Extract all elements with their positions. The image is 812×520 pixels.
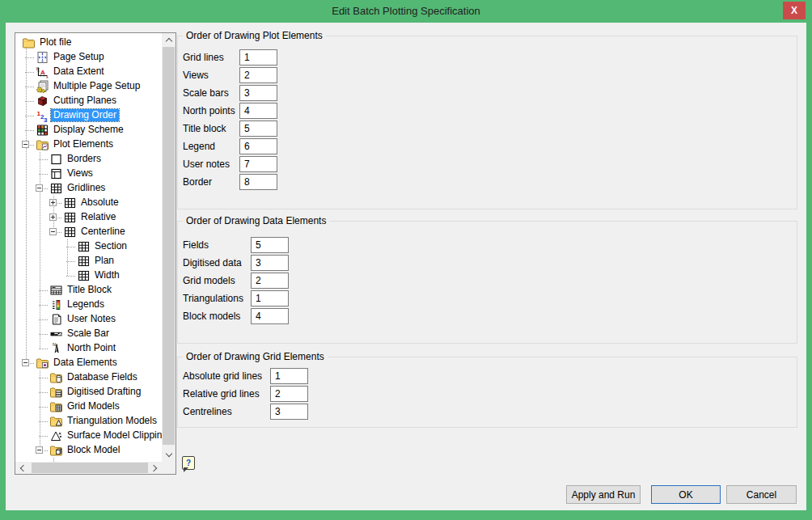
tree-item-label: Centerline [78,226,128,238]
group-fields: Grid lines Views Scale bars North points… [178,36,797,209]
chevron-up-icon [165,38,171,44]
tree-connector [39,349,48,349]
apply-and-run-button[interactable]: Apply and Run [566,485,641,504]
expander-toggle[interactable] [49,228,57,235]
tree-item[interactable]: Gridlines [15,181,162,196]
order-field-row: Triangulations [178,290,797,307]
group-order-plot-elements: Order of Drawing Plot Elements Grid line… [177,36,797,209]
tree-item[interactable]: Surface Model Clippin [15,429,162,443]
grid-icon [63,197,77,209]
tree-item[interactable]: Data Elements [15,356,162,370]
field-label: Absolute grid lines [183,368,262,384]
tree-item[interactable]: Cutting Planes [15,94,162,108]
titlebar[interactable]: Edit Batch Plotting Specification X [0,0,812,23]
order-input[interactable] [239,103,277,119]
horizontal-scrollbar-thumb[interactable] [32,463,150,473]
expander-toggle[interactable] [49,199,57,206]
field-label: Title block [183,120,226,137]
order-input[interactable] [239,49,277,66]
close-button[interactable]: X [783,2,806,19]
tree-item[interactable]: Data Extent [15,65,162,79]
order-input[interactable] [251,273,289,289]
tree-connector [25,130,34,131]
data-extent-icon [36,66,49,78]
order-input[interactable] [239,156,277,172]
scroll-up-button[interactable] [162,33,176,47]
order-field-row: North points [178,103,797,119]
tree-item[interactable]: Page Setup [15,50,162,65]
expander-toggle[interactable] [36,446,43,454]
tree-item[interactable]: Centerline [15,225,162,239]
tree-item-label: Plot file [37,36,74,49]
group-fields: Fields Digitised data Grid models Triang… [178,222,797,343]
order-input[interactable] [251,255,289,271]
order-input[interactable] [239,120,277,137]
scroll-down-button[interactable] [162,448,176,462]
tree-item[interactable]: Digitised Drafting [15,385,162,400]
expander-toggle[interactable] [49,213,57,221]
tree-connector [39,174,48,175]
scroll-left-button[interactable] [15,462,29,474]
order-input[interactable] [270,368,308,384]
tree-item[interactable]: North Point [15,341,162,356]
tree-connector [39,436,48,437]
tree-item[interactable]: Multiple Page Setup [15,79,162,94]
tree-item[interactable]: User Notes [15,312,162,327]
order-input[interactable] [239,138,277,154]
order-input[interactable] [239,174,277,190]
tree-item[interactable]: Block Model [15,443,162,458]
tree-item-label: Drawing Order [51,109,119,121]
vertical-scrollbar-thumb[interactable] [163,47,175,445]
tree-item[interactable]: Plot Elements [15,137,162,152]
help-button[interactable]: ? [182,456,195,470]
tree-connector [39,407,48,408]
tree-item[interactable]: Database Fields [15,370,162,385]
tree-item[interactable]: Section [15,239,162,254]
field-label: Relative grid lines [183,386,260,402]
cancel-button[interactable]: Cancel [726,485,797,504]
ok-button[interactable]: OK [651,485,721,504]
scrollbar-corner [162,462,176,474]
tree-connector [25,87,34,87]
tree-item[interactable]: Legends [15,298,162,312]
folder-icon [22,36,36,49]
legends-icon [49,298,63,311]
expander-toggle[interactable] [22,141,29,148]
order-input[interactable] [251,308,289,324]
tree-item[interactable]: Relative [15,210,162,225]
order-field-row: Border [178,174,797,190]
tree-item[interactable]: Title Block [15,283,162,298]
tree-item-label: Gridlines [65,182,108,194]
order-input[interactable] [251,237,289,253]
tree-horizontal-scrollbar[interactable] [15,462,162,474]
grid-icon [77,240,91,253]
tree-item[interactable]: Views [15,167,162,181]
group-order-data-elements: Order of Drawing Data Elements Fields Di… [177,221,797,344]
tree-item-label: Triangulation Models [65,415,159,427]
expander-toggle[interactable] [22,359,29,366]
tree-item[interactable]: Width [15,268,162,283]
order-input[interactable] [251,290,289,307]
plot-file-tree: Plot file Page Setup Data Extent Multipl… [15,32,176,475]
tree-connector [25,116,34,116]
tree-item[interactable]: Plot file [15,36,162,50]
order-input[interactable] [239,67,277,83]
order-input[interactable] [270,404,308,420]
tree-item[interactable]: Display Scheme [15,123,162,137]
tree-item[interactable]: Borders [15,152,162,167]
close-icon: X [791,5,797,16]
tree-item[interactable]: Absolute [15,196,162,210]
grid-icon [49,182,63,195]
scroll-right-button[interactable] [148,462,162,474]
tree-vertical-scrollbar[interactable] [162,33,176,462]
tree-item-label: Width [92,269,122,281]
tree-item[interactable]: Grid Models [15,400,162,414]
order-input[interactable] [270,386,308,402]
tree-item[interactable]: Plan [15,254,162,268]
order-field-row: User notes [178,156,797,172]
tree-item[interactable]: Drawing Order [15,108,162,123]
order-input[interactable] [239,85,277,101]
tree-item[interactable]: Triangulation Models [15,414,162,429]
tree-item[interactable]: Scale Bar [15,327,162,341]
expander-toggle[interactable] [36,184,43,192]
